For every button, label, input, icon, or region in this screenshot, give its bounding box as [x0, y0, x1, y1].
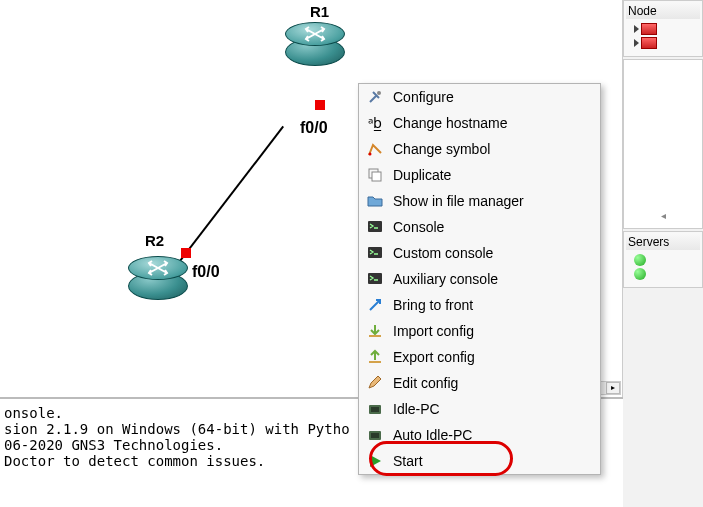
panel-spacer: ◂	[623, 59, 703, 229]
interface-label-r1: f0/0	[300, 119, 328, 137]
svg-rect-7	[369, 335, 381, 337]
node-tree-item[interactable]	[626, 22, 700, 36]
menu-item-label: Custom console	[393, 245, 493, 261]
rename-icon: ᵃb̲	[365, 113, 385, 133]
menu-item-change-symbol[interactable]: Change symbol	[359, 136, 600, 162]
node-status-icon	[641, 23, 657, 35]
node-panel: Node	[623, 0, 703, 57]
router-r2[interactable]	[128, 256, 188, 300]
scroll-left-icon[interactable]: ◂	[624, 210, 702, 221]
server-status-icon	[634, 254, 646, 266]
right-panel: Node ◂ Servers	[623, 0, 703, 507]
router-label-r2: R2	[145, 232, 164, 249]
export-icon	[365, 347, 385, 367]
svg-rect-10	[371, 407, 379, 412]
svg-rect-4	[368, 221, 382, 232]
console-line: Doctor to detect common issues.	[4, 453, 265, 469]
console-line: sion 2.1.9 on Windows (64-bit) with Pyth…	[4, 421, 350, 437]
svg-rect-5	[368, 247, 382, 258]
context-menu: Configureᵃb̲Change hostnameChange symbol…	[358, 83, 601, 475]
console-line: 06-2020 GNS3 Technologies.	[4, 437, 223, 453]
menu-item-label: Auto Idle-PC	[393, 427, 472, 443]
menu-item-label: Console	[393, 219, 444, 235]
node-tree-item[interactable]	[626, 36, 700, 50]
node-panel-title: Node	[626, 3, 700, 19]
svg-point-0	[377, 91, 381, 95]
interface-label-r2: f0/0	[192, 263, 220, 281]
menu-item-label: Auxiliary console	[393, 271, 498, 287]
router-r1[interactable]	[285, 22, 345, 66]
bring-front-icon	[365, 295, 385, 315]
menu-item-edit-config[interactable]: Edit config	[359, 370, 600, 396]
start-icon	[365, 451, 385, 471]
console-icon	[365, 217, 385, 237]
menu-item-show-in-file-manager[interactable]: Show in file manager	[359, 188, 600, 214]
custom-console-icon	[365, 243, 385, 263]
menu-item-export-config[interactable]: Export config	[359, 344, 600, 370]
menu-item-label: Configure	[393, 89, 454, 105]
svg-rect-8	[369, 361, 381, 363]
server-status-icon	[634, 268, 646, 280]
menu-item-label: Bring to front	[393, 297, 473, 313]
menu-item-label: Edit config	[393, 375, 458, 391]
menu-item-label: Duplicate	[393, 167, 451, 183]
server-item[interactable]	[626, 267, 700, 281]
menu-item-change-hostname[interactable]: ᵃb̲Change hostname	[359, 110, 600, 136]
expand-icon[interactable]	[634, 39, 639, 47]
menu-item-console[interactable]: Console	[359, 214, 600, 240]
menu-item-start[interactable]: Start	[359, 448, 600, 474]
svg-marker-13	[370, 455, 381, 467]
server-item[interactable]	[626, 253, 700, 267]
aux-console-icon	[365, 269, 385, 289]
console-line: onsole.	[4, 405, 63, 421]
menu-item-import-config[interactable]: Import config	[359, 318, 600, 344]
edit-icon	[365, 373, 385, 393]
menu-item-idle-pc[interactable]: Idle-PC	[359, 396, 600, 422]
idle-icon	[365, 399, 385, 419]
menu-item-custom-console[interactable]: Custom console	[359, 240, 600, 266]
scroll-right-icon[interactable]: ▸	[606, 382, 620, 394]
svg-rect-6	[368, 273, 382, 284]
node-status-icon	[641, 37, 657, 49]
servers-panel-title: Servers	[626, 234, 700, 250]
router-label-r1: R1	[310, 3, 329, 20]
menu-item-label: Export config	[393, 349, 475, 365]
menu-item-label: Idle-PC	[393, 401, 440, 417]
svg-point-1	[369, 153, 372, 156]
menu-item-auto-idle-pc[interactable]: Auto Idle-PC	[359, 422, 600, 448]
svg-rect-3	[372, 172, 381, 181]
menu-item-duplicate[interactable]: Duplicate	[359, 162, 600, 188]
servers-panel: Servers	[623, 231, 703, 288]
menu-item-label: Change symbol	[393, 141, 490, 157]
menu-item-auxiliary-console[interactable]: Auxiliary console	[359, 266, 600, 292]
link-endpoint-r1	[315, 100, 325, 110]
router-arrows-icon	[146, 260, 170, 276]
symbol-icon	[365, 139, 385, 159]
router-arrows-icon	[303, 26, 327, 42]
duplicate-icon	[365, 165, 385, 185]
import-icon	[365, 321, 385, 341]
folder-icon	[365, 191, 385, 211]
menu-item-label: Show in file manager	[393, 193, 524, 209]
menu-item-bring-to-front[interactable]: Bring to front	[359, 292, 600, 318]
auto-idle-icon	[365, 425, 385, 445]
menu-item-label: Import config	[393, 323, 474, 339]
expand-icon[interactable]	[634, 25, 639, 33]
svg-rect-12	[371, 433, 379, 438]
menu-item-configure[interactable]: Configure	[359, 84, 600, 110]
menu-item-label: Change hostname	[393, 115, 507, 131]
tools-icon	[365, 87, 385, 107]
menu-item-label: Start	[393, 453, 423, 469]
